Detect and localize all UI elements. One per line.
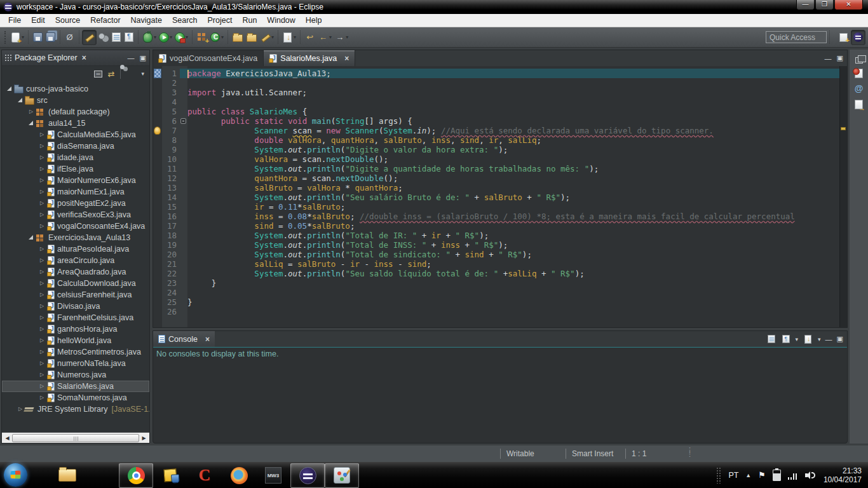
close-tab-icon[interactable]: ×	[344, 54, 349, 63]
expand-arrow-icon[interactable]	[38, 211, 46, 219]
console-dropdown-icon[interactable]: ▾	[796, 336, 799, 342]
focus-on-task-icon[interactable]	[126, 70, 135, 78]
expand-arrow-icon[interactable]	[38, 280, 46, 287]
tree-item-salariomes.java[interactable]: SalarioMes.java	[2, 381, 149, 392]
expand-arrow-icon[interactable]	[38, 360, 46, 367]
menu-window[interactable]: Window	[262, 15, 300, 26]
back-button[interactable]: ←▾	[316, 30, 333, 45]
expand-arrow-icon[interactable]	[38, 348, 46, 356]
menu-help[interactable]: Help	[301, 15, 327, 26]
import-dropdown-icon[interactable]: ▾	[294, 34, 296, 40]
taskbar-item-media-player[interactable]	[85, 463, 119, 488]
forward-dropdown-icon[interactable]: ▾	[346, 34, 348, 40]
menu-edit[interactable]: Edit	[26, 15, 50, 26]
tree-item-verificasexoex3.java[interactable]: verificaSexoEx3.java	[2, 209, 149, 220]
tree-item-vogalconsoanteex4.java[interactable]: vogalConsoanteEx4.java	[2, 220, 149, 232]
expand-arrow-icon[interactable]	[38, 245, 46, 253]
code-line-25[interactable]: 25}	[153, 297, 839, 307]
maximize-editor-icon[interactable]: ▣	[837, 54, 843, 62]
tree-item-ifelse.java[interactable]: ifElse.java	[2, 163, 149, 175]
toggle-mark-occurrences-button[interactable]	[82, 30, 97, 45]
code-line-4[interactable]: 4	[153, 97, 839, 107]
code-line-24[interactable]: 24	[153, 288, 839, 297]
expand-arrow-icon[interactable]	[38, 177, 46, 184]
problems-view-icon[interactable]	[855, 69, 863, 78]
tree-item-calculadownload.java[interactable]: CalculaDownload.java	[2, 278, 149, 289]
action-center-flag-icon[interactable]: ⚑	[758, 470, 766, 480]
code-line-19[interactable]: 19 System.out.println("Total de INSS: " …	[153, 240, 839, 250]
editor-tab-salariomes.java[interactable]: SalarioMes.java×	[264, 50, 355, 66]
scroll-right-icon[interactable]: ▶	[139, 433, 149, 443]
tree-item-positnegatex2.java[interactable]: positNegatEx2.java	[2, 198, 149, 209]
hidden-icons-chevron[interactable]: ▲	[745, 472, 751, 478]
code-line-15[interactable]: 15 ir = 0.11*salBruto;	[153, 202, 839, 212]
expand-arrow-icon[interactable]	[38, 302, 46, 310]
tree-item-diasemana.java[interactable]: diaSemana.java	[2, 140, 149, 152]
tree-item-curso-java-basico[interactable]: curso-java-basico	[2, 83, 149, 95]
code-line-9[interactable]: 9 System.out.println("Digite o valor da …	[153, 145, 839, 154]
maximize-view-icon[interactable]: ▣	[140, 54, 146, 62]
collapse-arrow-icon[interactable]	[6, 85, 14, 93]
battery-icon[interactable]	[773, 470, 781, 481]
minimize-view-icon[interactable]: —	[128, 54, 135, 62]
collapse-fold-icon[interactable]	[180, 118, 186, 124]
code-line-18[interactable]: 18 System.out.println("Total de IR: " + …	[153, 231, 839, 240]
expand-arrow-icon[interactable]	[38, 383, 46, 390]
tree-item-numeros.java[interactable]: Numeros.java	[2, 369, 149, 381]
language-indicator[interactable]: PT	[728, 471, 738, 480]
close-window-button[interactable]: ✕	[834, 0, 863, 10]
view-menu-icon[interactable]: ▾	[141, 71, 144, 77]
link-with-editor-icon[interactable]: ⇄	[108, 69, 115, 79]
new-java-class-button[interactable]: ▾	[208, 30, 225, 45]
expand-arrow-icon[interactable]	[38, 188, 46, 196]
code-line-20[interactable]: 20 System.out.println("Total de sindicat…	[153, 250, 839, 259]
minimize-window-button[interactable]: —	[796, 0, 815, 10]
taskbar-item-chrome[interactable]	[119, 463, 153, 488]
new-java-class-dropdown-icon[interactable]: ▾	[221, 34, 224, 40]
open-folder-button[interactable]	[245, 30, 259, 45]
collapse-arrow-icon[interactable]	[17, 97, 25, 104]
tree-item-maiornumeroex6.java[interactable]: MaiorNumeroEx6.java	[2, 175, 149, 186]
debug-dropdown-icon[interactable]: ▾	[154, 34, 156, 40]
taskbar-item-paint[interactable]	[325, 463, 359, 488]
taskbar-item-ccleaner[interactable]: C	[187, 463, 222, 488]
open-resource-button[interactable]	[231, 30, 245, 45]
expand-arrow-icon[interactable]	[38, 222, 46, 230]
code-line-23[interactable]: 23 }	[153, 278, 839, 288]
code-line-10[interactable]: 10 valHora = scan.nextDouble();	[153, 154, 839, 164]
taskbar-item-installer[interactable]	[153, 463, 187, 488]
skip-all-breakpoints-button[interactable]: Ø	[63, 30, 76, 45]
display-selected-console-icon[interactable]	[782, 335, 790, 343]
taskbar-item-firefox[interactable]	[222, 463, 256, 488]
maximize-console-icon[interactable]: ▣	[837, 335, 843, 343]
tree-item-somanumeros.java[interactable]: SomaNumeros.java	[2, 392, 149, 403]
new-wizard-button[interactable]: ▾	[9, 30, 25, 45]
expand-arrow-icon[interactable]	[38, 200, 46, 207]
code-line-22[interactable]: 22 System.out.println("Seu saldo líquido…	[153, 269, 839, 278]
code-line-7[interactable]: 7 Scanner scan = new Scanner(System.in);…	[153, 126, 839, 135]
open-console-dropdown-icon[interactable]: ▾	[818, 336, 821, 342]
open-type-button[interactable]	[110, 30, 123, 45]
declaration-view-icon[interactable]	[855, 100, 863, 109]
volume-icon[interactable]	[805, 471, 817, 480]
run-button[interactable]: ▾	[158, 30, 173, 45]
quick-access-input[interactable]	[766, 31, 827, 43]
search-button[interactable]: ▾	[259, 30, 275, 45]
expand-arrow-icon[interactable]	[27, 108, 36, 116]
warning-marker[interactable]	[841, 127, 846, 130]
expand-arrow-icon[interactable]	[38, 131, 46, 139]
code-line-21[interactable]: 21 salLiq = salBruto - ir - inss - sind;	[153, 259, 839, 269]
show-view-button[interactable]	[123, 30, 135, 45]
code-line-5[interactable]: 5public class SalarioMes {	[153, 107, 839, 116]
java-perspective-button[interactable]	[851, 30, 865, 45]
code-line-16[interactable]: 16 inss = 0.08*salBruto; //double inss =…	[153, 212, 839, 221]
tree-item-celsiusfarenheit.java[interactable]: celsiusFarenheit.java	[2, 289, 149, 301]
tree-item-alturapesoideal.java[interactable]: alturaPesoIdeal.java	[2, 243, 149, 255]
expand-arrow-icon[interactable]	[38, 142, 46, 150]
taskbar-item-eclipse[interactable]	[290, 463, 325, 488]
tree-item-maiornumex1.java[interactable]: maiorNumEx1.java	[2, 186, 149, 198]
expand-arrow-icon[interactable]	[38, 394, 46, 402]
tree-item-ganhoshora.java[interactable]: ganhosHora.java	[2, 323, 149, 335]
clock[interactable]: 21:33 10/04/2017	[824, 466, 862, 484]
tree-item-src[interactable]: src	[2, 95, 149, 106]
